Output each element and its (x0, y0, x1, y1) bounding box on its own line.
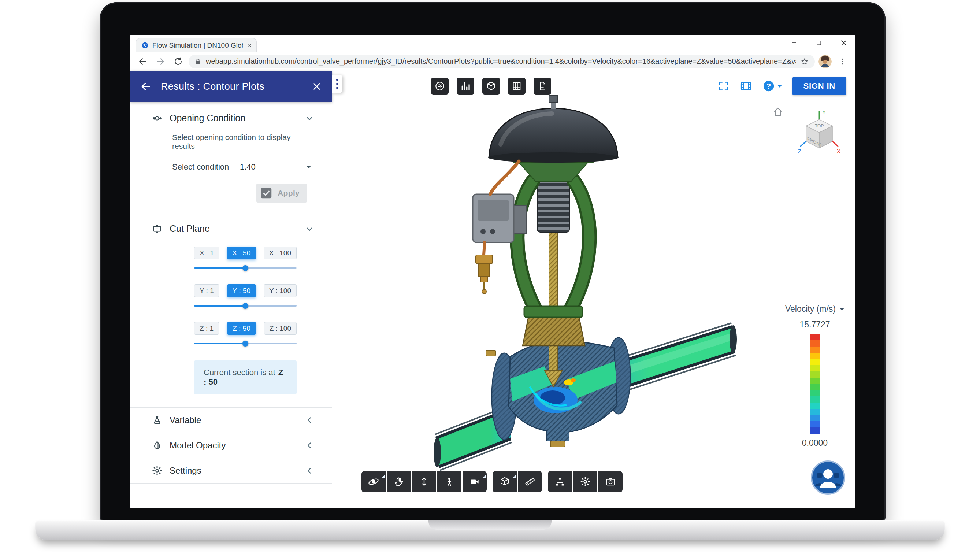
hierarchy-icon (555, 477, 565, 487)
divider (130, 483, 332, 484)
browser-forward-button[interactable] (153, 54, 167, 68)
scene-tree-button[interactable] (548, 471, 572, 492)
x-slider-thumb[interactable] (242, 265, 248, 271)
gear-icon (580, 477, 590, 487)
axis-y-label: Y (822, 109, 826, 115)
cut-plane-icon (152, 224, 162, 234)
new-tab-button[interactable] (257, 38, 271, 52)
window-maximize-button[interactable] (813, 37, 825, 48)
tab-close-icon[interactable] (247, 43, 253, 48)
browser-reload-button[interactable] (171, 54, 185, 68)
y-slider-thumb[interactable] (242, 303, 248, 309)
variable-section-header[interactable]: Variable (130, 408, 332, 433)
opening-condition-header[interactable]: Opening Condition (152, 113, 314, 123)
dropdown-corner-icon (379, 475, 385, 478)
chevron-down-icon[interactable] (305, 224, 314, 234)
y-slider-max-label: Y : 100 (264, 284, 297, 297)
gear-icon (152, 466, 162, 476)
viewer-top-right-controls: ? SIGN IN (718, 77, 847, 95)
home-view-button[interactable] (772, 106, 783, 117)
apply-button[interactable]: Apply (256, 183, 307, 202)
browser-window: Flow Simulation | DN100 Globe V (130, 35, 855, 507)
axis-x-label: X (837, 148, 840, 154)
panel-close-button[interactable] (312, 82, 321, 91)
z-slider-min-label: Z : 1 (194, 322, 219, 335)
legend-min-value: 0.0000 (783, 438, 847, 448)
rotate-button[interactable] (361, 471, 386, 492)
browser-toolbar: webapp.simulationhub.com/control_valve_p… (130, 52, 855, 71)
browser-tab[interactable]: Flow Simulation | DN100 Globe V (136, 38, 257, 52)
browser-menu-icon[interactable] (835, 54, 849, 68)
condition-select[interactable]: 1.40 (235, 160, 314, 174)
chevron-down-icon[interactable] (305, 113, 314, 123)
settings-section-header[interactable]: Settings (130, 458, 332, 483)
app-logo-button[interactable] (431, 78, 449, 94)
cut-plane-title: Cut Plane (170, 223, 298, 234)
opening-condition-section: Opening Condition Select opening conditi… (130, 102, 332, 212)
charts-button[interactable] (457, 78, 474, 94)
dropdown-corner-icon (480, 475, 485, 478)
walk-button[interactable] (437, 471, 461, 492)
bookmark-star-icon[interactable] (800, 57, 809, 66)
model-view-button[interactable] (482, 78, 500, 94)
screenshot-button[interactable] (598, 471, 622, 492)
support-avatar-button[interactable] (810, 460, 846, 495)
data-table-button[interactable] (508, 78, 525, 94)
browser-tabstrip: Flow Simulation | DN100 Globe V (130, 35, 855, 52)
legend-variable-selector[interactable]: Velocity (m/s) (785, 304, 845, 314)
fullscreen-button[interactable] (718, 80, 730, 92)
url-bar[interactable]: webapp.simulationhub.com/control_valve_p… (189, 54, 815, 68)
apply-check-icon (259, 186, 273, 200)
panel-back-button[interactable] (140, 81, 151, 92)
legend-max-value: 15.7727 (783, 320, 847, 330)
chevron-left-icon (305, 441, 314, 450)
opening-condition-icon (152, 113, 162, 123)
orbit-icon (368, 476, 379, 488)
window-close-button[interactable] (838, 37, 850, 48)
viewer-settings-button[interactable] (573, 471, 597, 492)
window-minimize-button[interactable] (788, 37, 800, 48)
x-slider-min-label: X : 1 (194, 247, 220, 259)
panel-title: Results : Contour Plots (161, 81, 302, 92)
z-slider-value-badge: Z : 50 (227, 322, 256, 335)
person-icon (823, 469, 833, 479)
model-opacity-section-header[interactable]: Model Opacity (130, 433, 332, 458)
y-slider-track[interactable] (194, 302, 297, 310)
chevron-down-icon (306, 165, 311, 169)
legend-title: Velocity (m/s) (785, 304, 836, 314)
pan-button[interactable] (387, 471, 411, 492)
vertical-arrows-icon (419, 477, 429, 487)
z-slider-max-label: Z : 100 (264, 322, 297, 335)
browser-profile-avatar[interactable] (818, 55, 832, 68)
padlock-icon (194, 58, 201, 65)
select-condition-label: Select condition (172, 162, 229, 172)
laptop-notch (428, 520, 552, 530)
tab-favicon-icon (142, 42, 149, 49)
z-slider-track[interactable] (194, 340, 297, 347)
y-slider-min-label: Y : 1 (194, 284, 220, 297)
section-box-button[interactable] (493, 471, 517, 492)
camera-view-button[interactable] (463, 471, 487, 492)
person-icon (444, 477, 455, 487)
valve-model[interactable] (347, 89, 779, 492)
model-opacity-section-title: Model Opacity (170, 440, 298, 450)
pdf-report-button[interactable] (534, 78, 551, 94)
svg-text:?: ? (766, 82, 770, 90)
navigation-cube[interactable]: Y TOP FRONT Z X (797, 109, 842, 158)
video-camera-icon (469, 476, 480, 487)
measure-button[interactable] (518, 471, 542, 492)
viewport-3d[interactable]: ? SIGN IN Y TOP (332, 71, 855, 507)
panel-menu-button[interactable] (332, 75, 342, 93)
apply-button-label: Apply (278, 189, 299, 197)
animation-button[interactable] (740, 80, 752, 92)
cut-plane-header[interactable]: Cut Plane (152, 223, 314, 234)
help-button[interactable]: ? (762, 80, 782, 92)
sign-in-button[interactable]: SIGN IN (792, 77, 847, 95)
x-slider-track[interactable] (194, 264, 297, 272)
cube-top-label: TOP (815, 123, 824, 129)
cube-icon (485, 81, 496, 92)
z-slider-thumb[interactable] (242, 340, 248, 347)
browser-back-button[interactable] (136, 54, 150, 68)
cube-section-icon (499, 476, 510, 487)
zoom-button[interactable] (412, 471, 436, 492)
